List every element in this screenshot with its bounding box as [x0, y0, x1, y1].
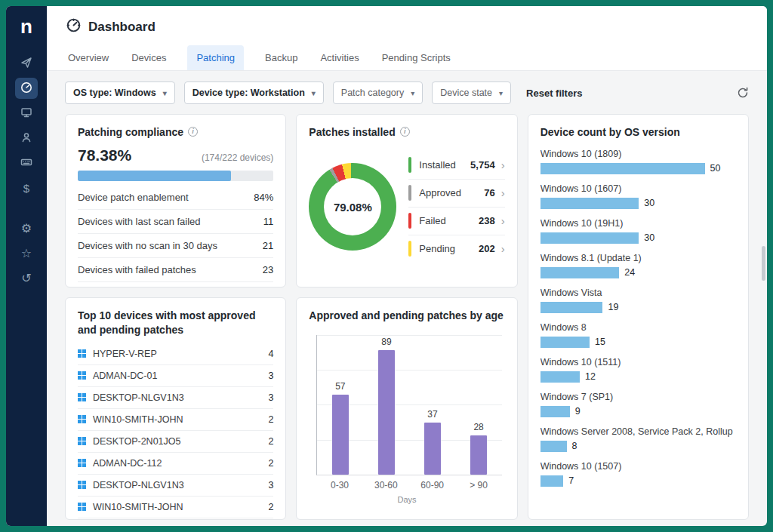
tab-devices[interactable]: Devices — [130, 45, 168, 70]
tab-pending-scripts[interactable]: Pending Scripts — [380, 45, 452, 70]
device-patch-count: 3 — [268, 392, 273, 403]
os-bar-item[interactable]: Windows 10 (19H1) 30 — [540, 218, 736, 244]
sidebar-item-dashboard[interactable] — [15, 78, 38, 99]
stat-value: 11 — [263, 216, 274, 227]
device-name: ADMAN-DC-112 — [93, 458, 162, 469]
filter-os-type[interactable]: OS type: Windows ▾ — [65, 81, 175, 104]
stat-value: 84% — [254, 192, 273, 203]
x-axis-title: Days — [309, 495, 504, 504]
legend-label: Installed — [419, 159, 455, 171]
age-bar — [378, 350, 395, 475]
compliance-progress-fill — [78, 171, 231, 181]
device-row[interactable]: ADMAN-DC-01 3 — [78, 365, 273, 387]
vertical-scrollbar[interactable] — [762, 246, 765, 281]
stat-value: 23 — [263, 264, 273, 275]
device-name: DESKTOP-NLGV1N3 — [93, 392, 184, 403]
device-row[interactable]: WIN10-SMITH-JOHN 2 — [78, 497, 273, 518]
info-icon[interactable]: i — [188, 127, 198, 137]
refresh-icon[interactable] — [737, 87, 749, 99]
legend-color-mark — [408, 241, 411, 257]
stat-label: Devices with failed patches — [78, 264, 196, 275]
device-patch-count: 2 — [268, 502, 273, 512]
compliance-stats: Device patch enablement 84% Devices with… — [78, 186, 273, 282]
chevron-down-icon: ▾ — [411, 89, 414, 97]
device-row[interactable]: ADMAN-DC-112 2 — [78, 453, 273, 475]
device-patch-count: 3 — [268, 371, 273, 381]
history-icon: ↺ — [21, 271, 31, 285]
dashboard-gauge-icon — [66, 18, 81, 35]
device-row[interactable]: DESKTOP-2N01JO5 2 — [78, 431, 273, 453]
legend-row-installed[interactable]: Installed 5,754 › — [408, 152, 504, 180]
os-bar-item[interactable]: Windows 10 (1607) 30 — [540, 183, 736, 209]
tab-backup[interactable]: Backup — [263, 45, 299, 70]
device-row[interactable]: DESKTOP-NLGV1N3 3 — [78, 387, 273, 409]
device-patch-count: 4 — [268, 349, 273, 359]
chevron-right-icon: › — [501, 215, 505, 226]
legend-color-mark — [408, 157, 411, 173]
filter-device-type[interactable]: Device type: Workstation ▾ — [184, 81, 324, 104]
device-name: DESKTOP-NLGV1N3 — [93, 480, 184, 490]
x-tick-label: 0-30 — [316, 480, 362, 490]
sidebar-item-devices[interactable] — [15, 103, 38, 124]
device-row[interactable]: WIN10-SMITH-JOHN 2 — [78, 409, 273, 431]
os-bar-item[interactable]: Windows 10 (1511) 12 — [540, 357, 736, 383]
legend-row-failed[interactable]: Failed 238 › — [408, 208, 504, 235]
sidebar-item-favorites[interactable]: ☆ — [15, 242, 38, 263]
device-name: WIN10-SMITH-JOHN — [93, 414, 183, 425]
gauge-icon — [20, 81, 32, 96]
os-bar-item[interactable]: Windows 7 (SP1) 9 — [540, 392, 736, 417]
tab-patching[interactable]: Patching — [187, 45, 244, 70]
x-tick-label: 30-60 — [363, 480, 409, 490]
os-bar-label: Windows Server 2008, Service Pack 2, Rol… — [540, 426, 736, 437]
dollar-icon: $ — [23, 182, 29, 195]
os-bar-value: 30 — [644, 198, 654, 208]
os-bar-item[interactable]: Windows 8.1 (Update 1) 24 — [540, 253, 736, 278]
os-bar-label: Windows 10 (1511) — [540, 357, 736, 367]
os-bar-value: 24 — [624, 267, 635, 278]
windows-logo-icon — [78, 459, 86, 467]
stat-label: Device patch enablement — [78, 192, 189, 203]
legend-value: 5,754 — [470, 159, 495, 171]
brand-logo[interactable]: n — [20, 17, 32, 36]
device-row[interactable]: HYPER-V-REP 4 — [78, 343, 273, 365]
os-bar — [540, 475, 563, 487]
filter-patch-category-label: Patch category — [341, 88, 404, 98]
os-bar-item[interactable]: Windows Vista 19 — [540, 288, 736, 313]
tab-overview[interactable]: Overview — [66, 45, 110, 70]
legend-row-approved[interactable]: Approved 76 › — [408, 180, 504, 208]
filter-patch-category[interactable]: Patch category ▾ — [333, 81, 423, 104]
page-header: Dashboard Overview Devices Patching Back… — [47, 6, 767, 71]
os-bar — [540, 337, 590, 348]
tab-bar: Overview Devices Patching Backup Activit… — [66, 45, 747, 70]
os-bar-value: 50 — [710, 163, 721, 174]
os-bar-item[interactable]: Windows 10 (1809) 50 — [540, 149, 736, 174]
reset-filters-button[interactable]: Reset filters — [526, 88, 582, 99]
sidebar-item-deploy[interactable] — [15, 53, 38, 74]
bar-value-label: 57 — [335, 381, 345, 392]
legend-row-pending[interactable]: Pending 202 › — [408, 235, 504, 263]
age-bar — [470, 435, 487, 475]
device-row[interactable]: DESKTOP-NLGV1N3 3 — [78, 475, 273, 497]
card-top-devices: Top 10 devices with most approved and pe… — [65, 297, 286, 520]
sidebar-item-history[interactable]: ↺ — [15, 267, 38, 288]
info-icon[interactable]: i — [400, 127, 410, 137]
filter-device-state[interactable]: Device state ▾ — [432, 81, 511, 104]
device-patch-count: 3 — [268, 480, 273, 490]
sidebar-item-systems[interactable] — [15, 152, 38, 174]
os-bar — [540, 441, 567, 452]
patches-legend: Installed 5,754 › Approved 76 › Fa — [408, 152, 504, 263]
sidebar-item-settings[interactable]: ⚙ — [15, 217, 38, 238]
os-bar — [540, 406, 570, 417]
windows-logo-icon — [78, 481, 86, 489]
os-bar-item[interactable]: Windows Server 2008, Service Pack 2, Rol… — [540, 426, 736, 452]
os-bar-label: Windows 8.1 (Update 1) — [540, 253, 736, 263]
compliance-percent: 78.38% — [78, 146, 131, 165]
os-bar-item[interactable]: Windows 10 (1507) 7 — [540, 461, 736, 487]
device-name: DESKTOP-2N01JO5 — [93, 436, 180, 447]
tab-activities[interactable]: Activities — [319, 45, 360, 70]
chevron-down-icon: ▾ — [312, 89, 316, 97]
page-title: Dashboard — [88, 20, 156, 35]
sidebar-item-users[interactable] — [15, 128, 38, 149]
os-bar-item[interactable]: Windows 8 15 — [540, 322, 736, 348]
sidebar-item-billing[interactable]: $ — [15, 177, 38, 198]
